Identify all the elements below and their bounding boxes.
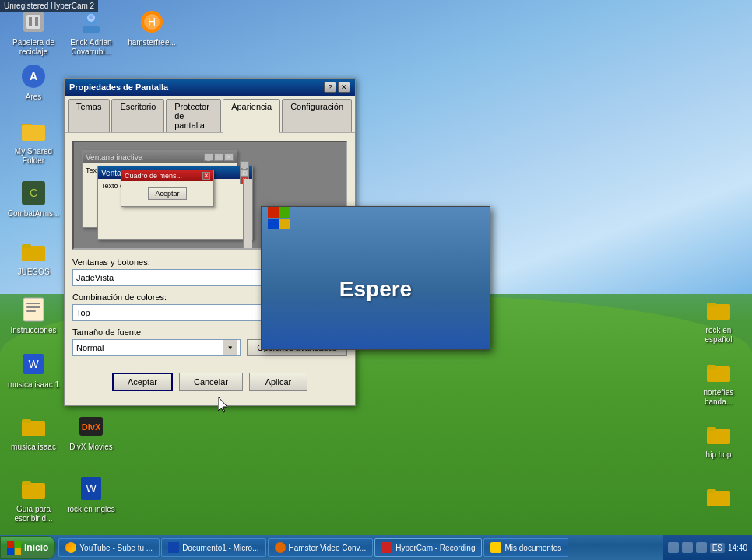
taskbar-item-hypercam[interactable]: HyperCam - Recording xyxy=(374,538,482,557)
desktop-icon-hip-hop[interactable] xyxy=(691,482,746,513)
taskbar-lang: ES xyxy=(710,543,725,553)
divx-label: DivX Movies xyxy=(69,443,113,452)
dialog-pantalla-title-buttons: ? ✕ xyxy=(324,82,350,93)
desktop-icon-rock-ingles[interactable]: rock en español xyxy=(691,296,746,345)
svg-text:A: A xyxy=(30,70,37,82)
start-button[interactable]: Inicio xyxy=(0,536,55,559)
taskbar-misdocs-label: Mis documentos xyxy=(504,544,561,552)
desktop-icon-nortenas[interactable]: hip hop xyxy=(691,420,746,460)
taskbar-word-icon xyxy=(168,542,179,553)
wait-titlebar xyxy=(262,207,490,229)
desktop-icon-papelera[interactable]: Papelera de reciclaje xyxy=(6,8,61,57)
preview-inactive-close: ✕ xyxy=(224,153,234,161)
taskbar: Inicio YouTube - Sube tu ... Documento1 … xyxy=(0,535,752,560)
rock-ingles-label: rock en español xyxy=(691,326,746,345)
desktop-icon-musica-isaac1[interactable]: Guia para escribir d... xyxy=(6,474,61,523)
divx-icon: DivX xyxy=(77,412,105,440)
preview-titlebar-inactive: Ventana inactiva _ □ ✕ xyxy=(83,151,237,163)
preview-active-minimize: _ xyxy=(240,161,249,169)
desktop-icon-musica-isaac[interactable]: musica isaac xyxy=(6,412,61,452)
svg-rect-42 xyxy=(707,489,716,493)
taskbar-sys-icon2 xyxy=(682,542,693,553)
svg-text:W: W xyxy=(28,358,39,370)
desktop-icon-shared[interactable]: My Shared Folder xyxy=(6,117,61,166)
taskbar-item-youtube[interactable]: YouTube - Sube tu ... xyxy=(58,538,160,557)
preview-msgbox-titlebar: Cuadro de mens... ✕ xyxy=(121,170,213,181)
hamster-icon: H xyxy=(138,8,166,36)
desktop-icon-ares[interactable]: A Ares xyxy=(6,62,61,102)
desktop-icon-guia[interactable]: W rock en ingles xyxy=(64,474,118,514)
watermark-text: Unregistered HyperCam 2 xyxy=(4,2,94,10)
desktop-icon-instrucciones[interactable]: Instrucciones xyxy=(6,296,61,335)
shared-icon xyxy=(19,117,47,145)
preview-accept-button[interactable]: Aceptar xyxy=(148,187,186,200)
tab-configuracion[interactable]: Configuración xyxy=(282,99,352,132)
papelera-label: Papelera de reciclaje xyxy=(6,38,61,57)
taskbar-youtube-label: YouTube - Sube tu ... xyxy=(79,544,153,552)
combatarms-label: CombatArms... xyxy=(8,209,60,219)
taskbar-sys-icon1 xyxy=(668,542,679,553)
aplicar-button[interactable]: Aplicar xyxy=(249,373,307,391)
tab-temas[interactable]: Temas xyxy=(68,99,110,132)
taskbar-item-misdocs[interactable]: Mis documentos xyxy=(483,538,568,557)
taskbar-item-hamster[interactable]: Hamster Video Conv... xyxy=(268,538,374,557)
taskbar-items: YouTube - Sube tu ... Documento1 - Micro… xyxy=(58,538,662,557)
windows-logo xyxy=(268,207,290,229)
cancelar-button[interactable]: Cancelar xyxy=(179,373,243,391)
desktop-icon-linea[interactable]: W musica isaac 1 xyxy=(6,350,61,390)
flag-q1 xyxy=(7,541,14,548)
dialog-close-button[interactable]: ✕ xyxy=(338,82,350,93)
svg-rect-28 xyxy=(22,419,31,423)
desktop: Unregistered HyperCam 2 Papelera de reci… xyxy=(0,0,752,535)
desktop-icon-divx[interactable]: DivX DivX Movies xyxy=(64,412,118,452)
dialog-buttons: Aceptar Cancelar Aplicar xyxy=(72,366,347,397)
taskbar-sys-icon3 xyxy=(696,542,707,553)
musica-isaac-label: musica isaac xyxy=(11,443,56,452)
desktop-icon-rock-espanol[interactable]: norteñas banda... xyxy=(691,358,746,407)
preview-msgbox-content: Aceptar xyxy=(121,181,213,206)
desktop-icon-hamster[interactable]: H hamsterfree... xyxy=(125,8,179,47)
wait-content: Espere xyxy=(262,229,490,349)
svg-rect-23 xyxy=(26,306,40,308)
desktop-icon-erick[interactable]: Erick Adrian Covarrubi... xyxy=(64,8,118,57)
svg-rect-19 xyxy=(22,244,31,248)
preview-scrollbar xyxy=(243,179,252,250)
svg-rect-38 xyxy=(707,365,716,369)
instrucciones-icon xyxy=(19,296,47,324)
desktop-icon-combatarms[interactable]: C CombatArms... xyxy=(6,179,61,219)
erick-icon xyxy=(77,8,105,36)
dialog-help-button[interactable]: ? xyxy=(324,82,336,93)
taskbar-hypercam-label: HyperCam - Recording xyxy=(395,544,475,552)
svg-rect-15 xyxy=(22,125,45,141)
flag-q2 xyxy=(15,541,22,548)
taskbar-item-documento[interactable]: Documento1 - Micro... xyxy=(161,538,265,557)
fuente-select[interactable]: Normal ▼ xyxy=(72,339,241,356)
tab-protector[interactable]: Protector de pantalla xyxy=(166,99,221,132)
taskbar-ff-icon xyxy=(65,542,76,553)
preview-inactive-buttons: _ □ ✕ xyxy=(204,153,234,161)
taskbar-right: ES 14:40 xyxy=(663,535,752,560)
nortenas-label: hip hop xyxy=(706,450,732,460)
desktop-icon-juegos[interactable]: JUEGOS xyxy=(6,237,61,277)
wait-dialog: Espere xyxy=(261,206,490,350)
linea-icon: W xyxy=(19,350,47,378)
svg-rect-22 xyxy=(26,303,40,304)
guia-icon: W xyxy=(77,474,105,502)
dialog-pantalla-titlebar[interactable]: Propiedades de Pantalla ? ✕ xyxy=(65,79,355,96)
windows-flag-icon xyxy=(268,207,290,229)
preview-msgbox-title: Cuadro de mens... xyxy=(125,172,182,180)
rock-espanol-icon xyxy=(705,358,733,386)
aceptar-button[interactable]: Aceptar xyxy=(112,373,173,391)
hypercam-watermark: Unregistered HyperCam 2 xyxy=(0,0,98,12)
svg-text:H: H xyxy=(148,16,156,28)
svg-point-7 xyxy=(89,15,93,19)
flag-q3 xyxy=(7,548,14,555)
svg-rect-3 xyxy=(35,17,38,26)
tab-apariencia[interactable]: Apariencia xyxy=(223,99,280,133)
preview-inactive-minimize: _ xyxy=(204,153,213,161)
nortenas-icon xyxy=(705,420,733,448)
tab-escritorio[interactable]: Escritorio xyxy=(111,99,164,132)
svg-rect-5 xyxy=(83,26,100,33)
flag-blue xyxy=(268,219,279,229)
combatarms-icon: C xyxy=(19,179,47,207)
